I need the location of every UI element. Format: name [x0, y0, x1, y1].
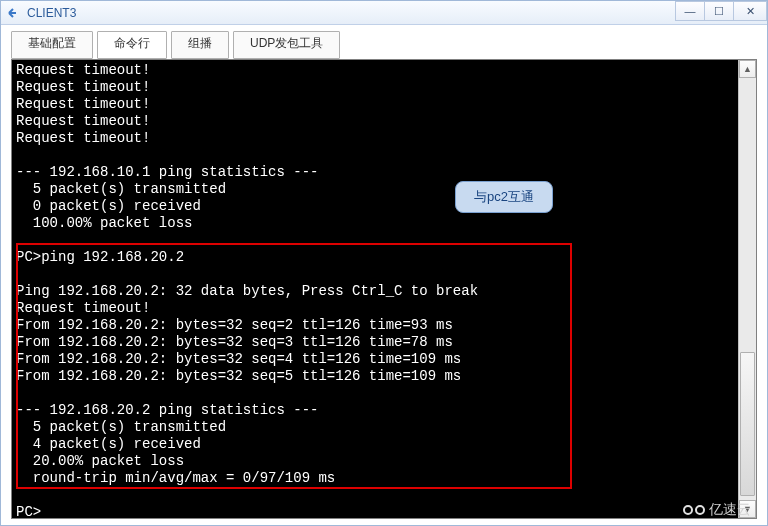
terminal-line: round-trip min/avg/max = 0/97/109 ms [16, 470, 335, 486]
terminal-line: 4 packet(s) received [16, 436, 201, 452]
close-button[interactable]: ✕ [733, 1, 767, 21]
tab-basic-config[interactable]: 基础配置 [11, 31, 93, 59]
terminal-line: Request timeout! [16, 79, 150, 95]
terminal-line: PC>ping 192.168.20.2 [16, 249, 184, 265]
app-icon [7, 6, 21, 20]
scroll-thumb[interactable] [740, 352, 755, 495]
terminal-line: Request timeout! [16, 130, 150, 146]
terminal-line: 20.00% packet loss [16, 453, 184, 469]
minimize-button[interactable]: — [675, 1, 705, 21]
vertical-scrollbar: ▲ ▼ [738, 60, 756, 518]
terminal-line: PC> [16, 504, 41, 518]
terminal-line: From 192.168.20.2: bytes=32 seq=4 ttl=12… [16, 351, 461, 367]
terminal-line: From 192.168.20.2: bytes=32 seq=5 ttl=12… [16, 368, 461, 384]
tab-bar: 基础配置 命令行 组播 UDP发包工具 [1, 25, 767, 59]
scroll-up-button[interactable]: ▲ [739, 60, 756, 78]
watermark-text: 亿速云 [709, 501, 751, 519]
tab-multicast[interactable]: 组播 [171, 31, 229, 59]
maximize-button[interactable]: ☐ [704, 1, 734, 21]
terminal-line: 100.00% packet loss [16, 215, 192, 231]
terminal-line: --- 192.168.10.1 ping statistics --- [16, 164, 318, 180]
window-buttons: — ☐ ✕ [676, 1, 767, 23]
terminal-output[interactable]: Request timeout! Request timeout! Reques… [12, 60, 738, 518]
terminal-line: Request timeout! [16, 113, 150, 129]
app-window: CLIENT3 — ☐ ✕ 基础配置 命令行 组播 UDP发包工具 Reques… [0, 0, 768, 526]
terminal-line: Request timeout! [16, 96, 150, 112]
terminal-container: Request timeout! Request timeout! Reques… [11, 59, 757, 519]
terminal-line: 5 packet(s) transmitted [16, 419, 226, 435]
terminal-line: 0 packet(s) received [16, 198, 201, 214]
watermark-icon [683, 505, 705, 515]
window-title: CLIENT3 [27, 6, 76, 20]
terminal-line: Request timeout! [16, 300, 150, 316]
terminal-line: Ping 192.168.20.2: 32 data bytes, Press … [16, 283, 478, 299]
tab-command-line[interactable]: 命令行 [97, 31, 167, 59]
terminal-line: 5 packet(s) transmitted [16, 181, 226, 197]
terminal-line: From 192.168.20.2: bytes=32 seq=2 ttl=12… [16, 317, 453, 333]
tab-udp-tool[interactable]: UDP发包工具 [233, 31, 340, 59]
terminal-line: --- 192.168.20.2 ping statistics --- [16, 402, 318, 418]
scroll-track[interactable] [739, 78, 756, 500]
titlebar: CLIENT3 — ☐ ✕ [1, 1, 767, 25]
watermark: 亿速云 [683, 501, 751, 519]
terminal-line: From 192.168.20.2: bytes=32 seq=3 ttl=12… [16, 334, 453, 350]
terminal-line: Request timeout! [16, 62, 150, 78]
